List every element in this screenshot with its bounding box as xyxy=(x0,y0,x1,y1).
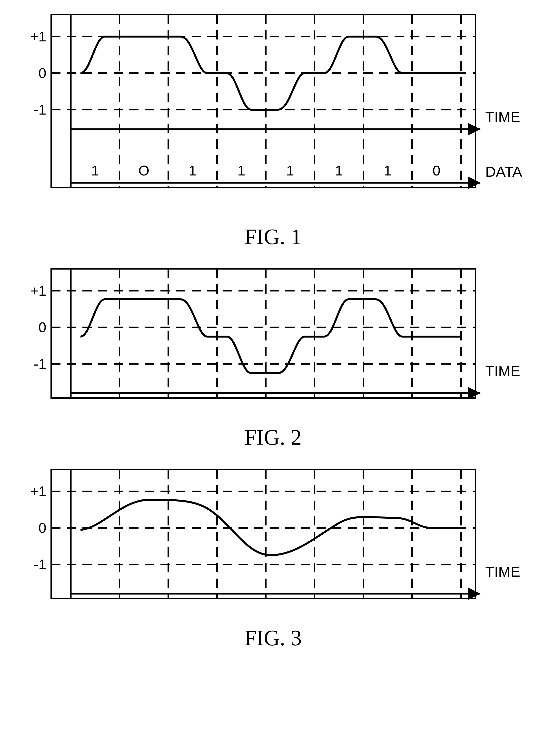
ytick-plus1: +1 xyxy=(30,283,46,299)
figure-3: +1 0 -1 TIME FIG. 3 xyxy=(17,465,529,650)
fig1-caption: FIG. 1 xyxy=(17,224,529,249)
signal-waveform xyxy=(80,299,461,373)
figure-2: +1 0 -1 TIME FIG. 2 xyxy=(17,264,529,450)
figure-1: +1 0 -1 TIME DATA 1 O 1 1 1 1 1 0 FIG. 1 xyxy=(17,10,529,249)
time-label: TIME xyxy=(485,563,520,580)
bit-4: 1 xyxy=(286,163,294,178)
ytick-zero: 0 xyxy=(38,520,46,536)
bit-6: 1 xyxy=(384,163,391,178)
bit-1: O xyxy=(138,163,149,178)
ytick-zero: 0 xyxy=(38,319,46,335)
bit-0: 1 xyxy=(91,163,99,178)
ytick-minus1: -1 xyxy=(34,356,46,372)
bit-2: 1 xyxy=(188,163,196,178)
ytick-plus1: +1 xyxy=(30,29,46,44)
bit-5: 1 xyxy=(335,163,343,178)
fig2-svg: +1 0 -1 TIME xyxy=(17,264,529,420)
time-arrowhead-icon xyxy=(468,123,480,135)
ytick-minus1: -1 xyxy=(34,102,46,117)
data-label: DATA xyxy=(485,164,522,180)
fig2-caption: FIG. 2 xyxy=(17,425,529,450)
ytick-minus1: -1 xyxy=(34,556,46,572)
ytick-plus1: +1 xyxy=(30,483,46,499)
ytick-zero: 0 xyxy=(38,65,46,81)
bit-3: 1 xyxy=(237,163,245,178)
fig3-svg: +1 0 -1 TIME xyxy=(17,465,529,620)
time-label: TIME xyxy=(485,109,520,125)
fig1-svg: +1 0 -1 TIME DATA 1 O 1 1 1 1 1 0 xyxy=(17,10,529,219)
time-label: TIME xyxy=(485,363,520,379)
bit-7: 0 xyxy=(432,163,440,178)
fig3-caption: FIG. 3 xyxy=(17,625,529,650)
